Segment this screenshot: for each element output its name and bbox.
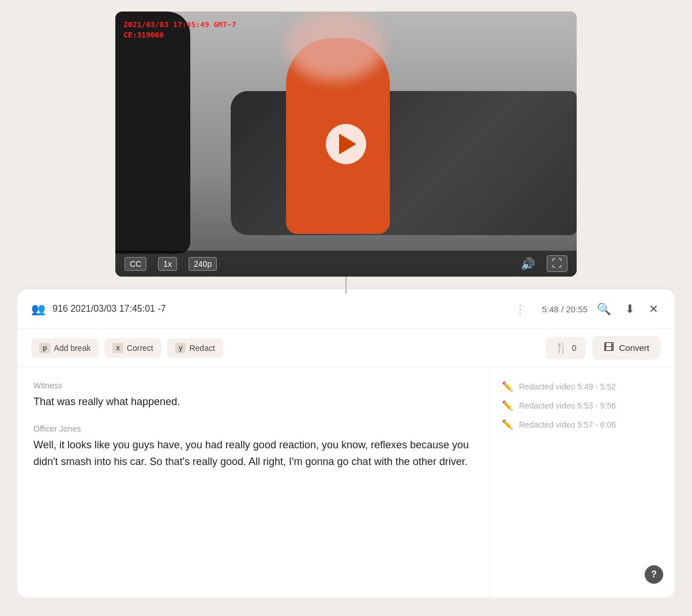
- redaction-2: ✏️ Redacted video 5:57 - 6:06: [502, 419, 663, 430]
- convert-button[interactable]: 🎞 Convert: [592, 336, 661, 360]
- redaction-1: ✏️ Redacted video 5:53 - 5:56: [502, 400, 663, 411]
- transcript-text-1: Well, it looks like you guys have, you h…: [33, 437, 473, 470]
- fork-icon: 🍴: [555, 342, 567, 354]
- connector-line: [345, 277, 347, 294]
- correct-label: Correct: [127, 343, 153, 353]
- video-controls-bar: CC 1x 240p 🔊 ⛶: [115, 251, 577, 277]
- transcript-text-panel: Witness That was really what happened. O…: [17, 367, 490, 598]
- help-button[interactable]: ?: [645, 565, 663, 584]
- video-timestamp: 2021/03/03 17:45:49 GMT-7 CE:319066: [123, 20, 236, 40]
- redaction-label-1: Redacted video 5:53 - 5:56: [519, 401, 616, 410]
- panel-header: 👥 916 2021/03/03 17:45:01 -7 ⋮ 5:48 / 20…: [17, 289, 675, 329]
- toolbar: p Add break x Correct y Redact 🍴 0 🎞 Con…: [17, 329, 675, 367]
- redact-label: Redact: [189, 343, 215, 353]
- content-area: Witness That was really what happened. O…: [17, 367, 675, 598]
- more-options-icon[interactable]: ⋮: [514, 302, 526, 316]
- person-dark: [115, 12, 190, 254]
- quality-button[interactable]: 240p: [189, 257, 217, 271]
- add-break-button[interactable]: p Add break: [31, 338, 99, 358]
- fork-button[interactable]: 🍴 0: [546, 337, 586, 359]
- transcript-text-0: That was really what happened.: [33, 394, 473, 410]
- close-button[interactable]: ✕: [646, 300, 661, 318]
- convert-label: Convert: [619, 343, 649, 353]
- header-actions: 🔍 ⬇ ✕: [595, 300, 661, 318]
- recording-info: 916 2021/03/03 17:45:01 -7: [52, 304, 505, 314]
- volume-icon[interactable]: 🔊: [521, 257, 535, 271]
- correct-button[interactable]: x Correct: [104, 338, 161, 358]
- main-container: 2021/03/03 17:45:49 GMT-7 CE:319066 CC 1…: [17, 12, 675, 598]
- search-button[interactable]: 🔍: [595, 300, 614, 318]
- add-break-key: p: [39, 343, 50, 353]
- redaction-0: ✏️ Redacted video 5:49 - 5:52: [502, 381, 663, 392]
- toolbar-right: 🍴 0 🎞 Convert: [546, 336, 661, 360]
- transcript-segment-1: Officer Jones Well, it looks like you gu…: [33, 424, 473, 470]
- download-button[interactable]: ⬇: [623, 300, 637, 318]
- redaction-icon-1: ✏️: [502, 400, 513, 411]
- users-icon: 👥: [31, 302, 46, 316]
- play-button[interactable]: [326, 124, 366, 164]
- add-break-label: Add break: [54, 343, 91, 353]
- redactions-panel: ✏️ Redacted video 5:49 - 5:52 ✏️ Redacte…: [490, 367, 675, 598]
- speaker-1: Officer Jones: [33, 424, 473, 433]
- redaction-icon-2: ✏️: [502, 419, 513, 430]
- video-player[interactable]: 2021/03/03 17:45:49 GMT-7 CE:319066 CC 1…: [115, 12, 577, 277]
- blurred-face: [286, 12, 384, 81]
- redact-key: y: [175, 343, 186, 353]
- speed-button[interactable]: 1x: [158, 257, 177, 271]
- car: [231, 91, 577, 235]
- convert-icon: 🎞: [604, 342, 614, 354]
- cc-button[interactable]: CC: [125, 257, 146, 271]
- redaction-label-0: Redacted video 5:49 - 5:52: [519, 382, 616, 391]
- redaction-icon-0: ✏️: [502, 381, 513, 392]
- playback-time: 5:48 / 20:55: [542, 304, 588, 314]
- speaker-0: Witness: [33, 381, 473, 390]
- redact-button[interactable]: y Redact: [167, 338, 223, 358]
- correct-key: x: [112, 343, 123, 353]
- redaction-label-2: Redacted video 5:57 - 6:06: [519, 420, 616, 429]
- fork-count: 0: [572, 343, 577, 353]
- fullscreen-button[interactable]: ⛶: [547, 255, 567, 272]
- transcript-panel: 👥 916 2021/03/03 17:45:01 -7 ⋮ 5:48 / 20…: [17, 289, 675, 598]
- transcript-segment-0: Witness That was really what happened.: [33, 381, 473, 410]
- play-icon: [339, 134, 356, 154]
